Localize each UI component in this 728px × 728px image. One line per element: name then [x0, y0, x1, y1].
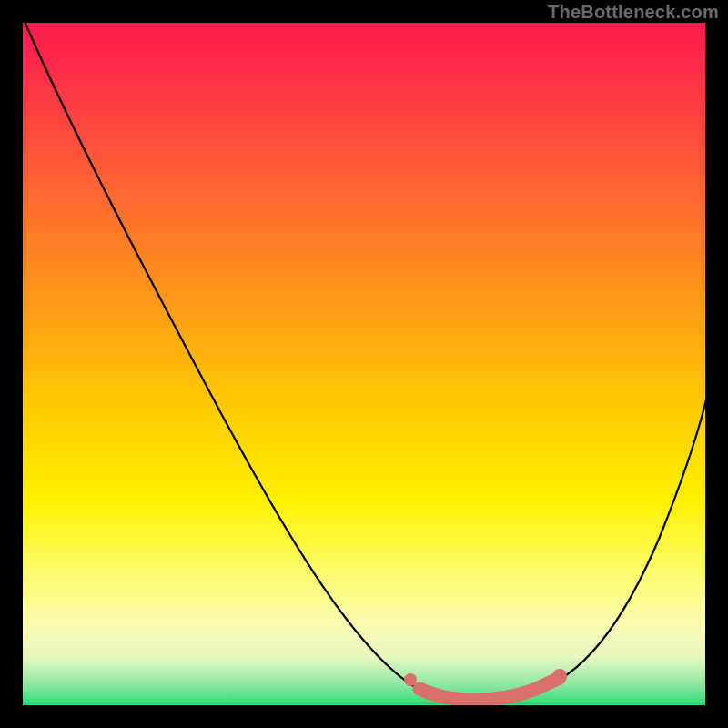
watermark-label: TheBottleneck.com	[548, 2, 719, 23]
chart-stage: TheBottleneck.com	[0, 0, 728, 728]
chart-background-gradient	[23, 23, 705, 705]
